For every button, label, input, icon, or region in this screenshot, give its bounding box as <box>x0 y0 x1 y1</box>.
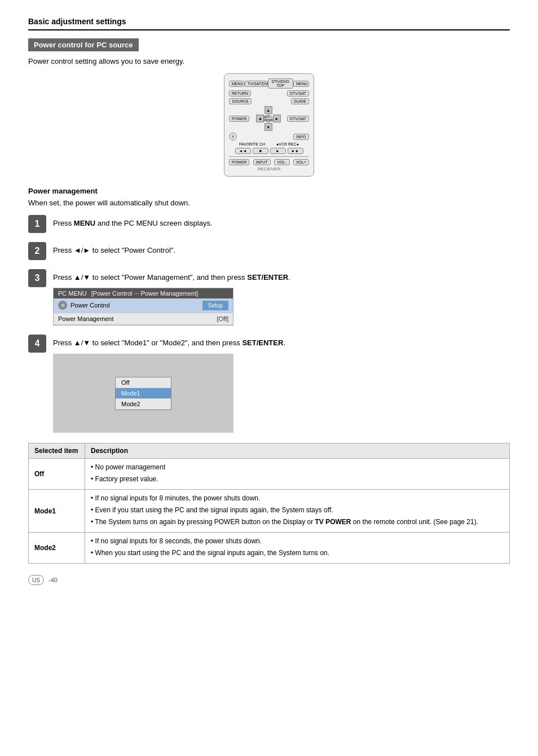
list-item: When you start using the PC and the sign… <box>91 548 504 558</box>
pc-menu-power-control-label: Power Control <box>70 302 202 309</box>
sub-heading: Power management <box>28 187 510 195</box>
step-4-text: Press ▲/▼ to select "Mode1" or "Mode2", … <box>53 337 510 349</box>
receiver-power-btn: POWER <box>229 159 249 165</box>
power-btn: POWER <box>229 116 249 122</box>
play-btn: ► <box>270 148 286 154</box>
table-item-mode2: Mode2 <box>29 533 85 564</box>
pc-menu-power-management-label: Power Management <box>58 315 217 322</box>
pc-menu-row-2: Power Management [Off] <box>54 313 233 325</box>
footer-country: US <box>28 575 44 585</box>
pc-menu: PC MENU [Power Control ··· Power Managem… <box>53 288 233 326</box>
info-table: Selected item Description Off No power m… <box>28 443 510 564</box>
step-2-text: Press ◄/► to select "Power Control". <box>53 245 510 256</box>
step-1: 1 Press MENU and the PC MENU screen disp… <box>28 215 510 233</box>
step-1-content: Press MENU and the PC MENU screen displa… <box>53 215 510 229</box>
mode-dropdown: Off Mode1 Mode2 <box>115 377 171 410</box>
input-btn: INPUT <box>253 159 271 165</box>
step-3-content: Press ▲/▼ to select "Power Management", … <box>53 269 510 326</box>
dpad-left: ◄ <box>256 115 264 122</box>
pc-menu-setup-btn: Setup <box>202 301 228 310</box>
return-btn: RETURN <box>229 90 251 96</box>
mode-dropdown-wrapper: Off Mode1 Mode2 <box>53 354 233 433</box>
step-3-number: 3 <box>28 269 46 287</box>
list-item: Factory preset value. <box>91 474 504 484</box>
pc-menu-power-management-value: [Off] <box>217 315 228 322</box>
menu2-btn: MENU <box>293 81 309 87</box>
table-header-item: Selected item <box>29 443 85 459</box>
pc-menu-row-1: ⚙ Power Control Setup <box>54 298 233 313</box>
dtv-top-btn: DTV/DVD TOP <box>268 78 293 89</box>
tvsat-btn: TV/SAT/DVD <box>245 81 268 87</box>
table-header-desc: Description <box>85 443 510 459</box>
step-4: 4 Press ▲/▼ to select "Mode1" or "Mode2"… <box>28 335 510 433</box>
stop-btn: ■ <box>253 148 268 154</box>
step-2-content: Press ◄/► to select "Power Control". <box>53 242 510 256</box>
favorite-label: FAVORITE CH <box>239 142 265 146</box>
pause-btn: II <box>229 133 237 140</box>
page-heading: Basic adjustment settings <box>28 17 510 30</box>
footer-page-number: -40 <box>48 577 58 583</box>
power-control-icon: ⚙ <box>58 301 67 310</box>
step-2: 2 Press ◄/► to select "Power Control". <box>28 242 510 260</box>
step-2-number: 2 <box>28 242 46 260</box>
table-desc-mode2: If no signal inputs for 8 seconds, the p… <box>85 533 510 564</box>
dpad: ▲ ◄ SET/ENTER ► ▼ <box>256 106 281 131</box>
step-4-content: Press ▲/▼ to select "Mode1" or "Mode2", … <box>53 335 510 433</box>
remote-illustration: MENU TV/SAT/DVD DTV/DVD TOP MENU RETURN … <box>28 73 510 177</box>
table-row-mode1: Mode1 If no signal inputs for 8 minutes,… <box>29 490 510 533</box>
pc-menu-body: ⚙ Power Control Setup Power Management [… <box>54 298 233 325</box>
vol-plus-btn: VOL+ <box>293 159 309 165</box>
vol-minus-btn: VOL- <box>274 159 290 165</box>
receiver-label: RECEIVER <box>229 166 309 172</box>
table-desc-mode1: If no signal inputs for 8 minutes, the p… <box>85 490 510 533</box>
list-item: No power management <box>91 462 504 472</box>
list-item: The System turns on again by pressing PO… <box>91 517 504 527</box>
pc-menu-header: PC MENU [Power Control ··· Power Managem… <box>54 288 233 298</box>
step-1-text: Press MENU and the PC MENU screen displa… <box>53 218 510 229</box>
info-btn: INFO <box>293 134 309 140</box>
table-item-mode1: Mode1 <box>29 490 85 533</box>
table-row-off: Off No power management Factory preset v… <box>29 459 510 490</box>
remote-bottom: POWER INPUT VOL- VOL+ RECEIVER <box>229 156 309 172</box>
source-btn: SOURCE <box>229 98 252 104</box>
sub-intro: When set, the power will automatically s… <box>28 199 510 207</box>
list-item: If no signal inputs for 8 minutes, the p… <box>91 493 504 503</box>
list-item: If no signal inputs for 8 seconds, the p… <box>91 536 504 546</box>
dtv-sat-btn: DTV/SAT <box>287 90 309 96</box>
dpad-right: ► <box>273 115 281 122</box>
step-3-text: Press ▲/▼ to select "Power Management", … <box>53 272 510 283</box>
intro-text: Power control setting allows you to save… <box>28 57 510 65</box>
table-desc-off: No power management Factory preset value… <box>85 459 510 490</box>
mode1-option: Mode1 <box>116 388 171 399</box>
page-footer: US -40 <box>28 575 510 585</box>
step-3: 3 Press ▲/▼ to select "Power Management"… <box>28 269 510 326</box>
table-item-off: Off <box>29 459 85 490</box>
step-1-number: 1 <box>28 215 46 233</box>
vcr-rec-label: ●VCR REC● <box>276 142 299 146</box>
remote-control: MENU TV/SAT/DVD DTV/DVD TOP MENU RETURN … <box>224 73 314 177</box>
table-row-mode2: Mode2 If no signal inputs for 8 seconds,… <box>29 533 510 564</box>
mode2-option: Mode2 <box>116 399 171 410</box>
pc-menu-header-left: PC MENU <box>58 290 87 297</box>
step-4-number: 4 <box>28 335 46 353</box>
dpad-up: ▲ <box>264 106 272 114</box>
list-item: Even if you start using the PC and the s… <box>91 505 504 515</box>
dpad-down: ▼ <box>264 123 272 131</box>
dpad-enter: SET/ENTER <box>264 115 272 122</box>
mode-off-option: Off <box>116 377 171 388</box>
pc-menu-header-right: [Power Control ··· Power Management] <box>91 290 199 297</box>
menu-btn: MENU <box>229 81 245 87</box>
section-title: Power control for PC source <box>28 38 139 51</box>
rew-btn: ◄◄ <box>235 148 251 154</box>
guide-btn: GUIDE <box>291 98 309 104</box>
ff-btn: ►► <box>288 148 303 154</box>
dtv-sat-right-btn: DTV/SAT <box>287 116 309 122</box>
